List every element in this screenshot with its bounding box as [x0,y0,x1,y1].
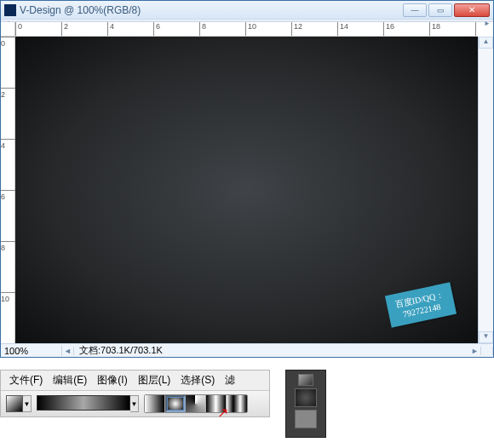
menu-item[interactable]: 文件(F) [6,372,46,388]
scroll-right-icon[interactable]: ► [469,347,481,355]
ruler-tick: 6 [1,190,15,201]
document-info: 文档:703.1K/703.1K [74,344,168,357]
gradient-diamond-button[interactable] [227,395,247,412]
window-title: V-Design @ 100%(RGB/8) [20,4,403,16]
ruler-tick: 10 [1,292,15,303]
ruler-tick: 2 [61,22,68,37]
ruler-tick: 0 [15,22,22,37]
ruler-horizontal[interactable]: 02468101214161820 [15,22,478,37]
app-window: V-Design @ 100%(RGB/8) ◄► 02468101214161… [0,0,494,358]
gradient-linear-button[interactable] [145,395,165,412]
scroll-down-icon[interactable]: ▼ [479,331,493,343]
layers-panel [285,370,326,438]
scroll-track[interactable] [479,49,493,331]
ruler-tick: 2 [1,88,15,99]
arrow-annotation-icon: ↗ [217,405,228,421]
swatch-dropdown-icon[interactable]: ▼ [23,395,32,412]
ruler-tick: 16 [383,22,394,37]
titlebar[interactable]: V-Design @ 100%(RGB/8) [1,1,493,20]
status-bar: 100% ◄ 文档:703.1K/703.1K ► [1,343,493,357]
vertical-scrollbar[interactable]: ▲ ▼ [478,37,493,343]
menu-item[interactable]: 编辑(E) [49,372,90,388]
ruler-tick: 20 [475,22,478,37]
menu-item[interactable]: 选择(S) [177,372,218,388]
ruler-tick: 6 [153,22,160,37]
ruler-tick: 18 [429,22,440,37]
layer-thumb[interactable] [295,410,317,428]
ruler-tick: 10 [245,22,256,37]
ruler-tick: 12 [291,22,302,37]
canvas[interactable]: 百度ID/QQ： 792722148 [15,37,478,343]
window-buttons [403,3,490,17]
detail-panels: 文件(F)编辑(E)图像(I)图层(L)选择(S)滤 ▼ ▼ ↗ [0,370,494,438]
menu-item[interactable]: 滤 [221,372,238,388]
zoom-level[interactable]: 100% [1,346,62,356]
page-watermark: 电脑百事网 www.pc841.com [376,437,489,438]
ruler-tick: 4 [1,139,15,150]
gradient-type-group [144,394,248,413]
ruler-tick: 0 [1,37,15,48]
ruler-tick: 14 [337,22,348,37]
app-icon [4,4,16,16]
watermark-stamp: 百度ID/QQ： 792722148 [385,282,457,327]
canvas-viewport[interactable]: 百度ID/QQ： 792722148 [15,37,478,343]
ruler-tick: 8 [199,22,206,37]
ruler-tick: 4 [107,22,114,37]
minimize-button[interactable] [403,3,427,17]
gradient-radial-button[interactable] [165,395,186,412]
layer-thumb-active[interactable] [295,388,317,407]
gradient-angle-button[interactable] [186,395,206,412]
gradient-toolbar: ▼ ▼ ↗ [1,391,269,416]
ruler-tick: 8 [1,241,15,252]
status-end-icon [481,347,493,355]
scroll-left-icon[interactable]: ◄ [62,347,74,355]
scroll-up-icon[interactable]: ▲ [479,37,493,49]
menu-item[interactable]: 图层(L) [135,372,175,388]
gradient-preview[interactable] [37,395,130,411]
workspace: ◄► 02468101214161820 0246810 百度ID/QQ： 79… [1,20,493,357]
menubar: 文件(F)编辑(E)图像(I)图层(L)选择(S)滤 [1,370,269,391]
ruler-vertical[interactable]: 0246810 [1,37,15,343]
gradient-dropdown-icon[interactable]: ▼ [130,395,139,412]
close-button[interactable] [454,3,490,17]
menu-item[interactable]: 图像(I) [94,372,130,388]
maximize-button[interactable] [428,3,452,17]
layer-thumb-small[interactable] [298,374,313,386]
ruler-corner[interactable] [1,22,15,37]
options-panel: 文件(F)编辑(E)图像(I)图层(L)选择(S)滤 ▼ ▼ ↗ [0,370,270,417]
gradient-swatch[interactable] [6,395,23,412]
